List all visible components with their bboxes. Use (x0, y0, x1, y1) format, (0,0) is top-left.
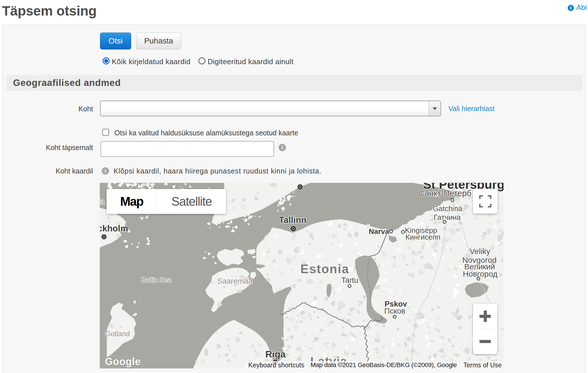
svg-text:Gotland: Gotland (105, 330, 130, 338)
svg-text:Veliky: Veliky (470, 247, 490, 256)
svg-text:la: la (100, 197, 105, 206)
svg-text:Narva: Narva (369, 227, 389, 236)
svg-text:Estonia: Estonia (300, 262, 349, 276)
svg-text:Кингисепп: Кингисепп (405, 233, 441, 241)
svg-text:Псков: Псков (384, 307, 405, 315)
svg-text:Санкт-Петерб: Санкт-Петерб (418, 189, 471, 198)
svg-text:Baltic Sea: Baltic Sea (141, 276, 172, 284)
svg-text:Новгород: Новгород (463, 270, 498, 278)
svg-text:Гатчина: Гатчина (434, 213, 461, 222)
svg-text:Riga: Riga (265, 349, 286, 359)
svg-text:Gatchina: Gatchina (433, 204, 463, 213)
svg-text:Tallinn: Tallinn (279, 215, 307, 225)
svg-text:Stockholm: Stockholm (100, 224, 128, 233)
svg-text:Tartu: Tartu (341, 276, 358, 285)
svg-text:Saaremaa: Saaremaa (217, 277, 253, 285)
